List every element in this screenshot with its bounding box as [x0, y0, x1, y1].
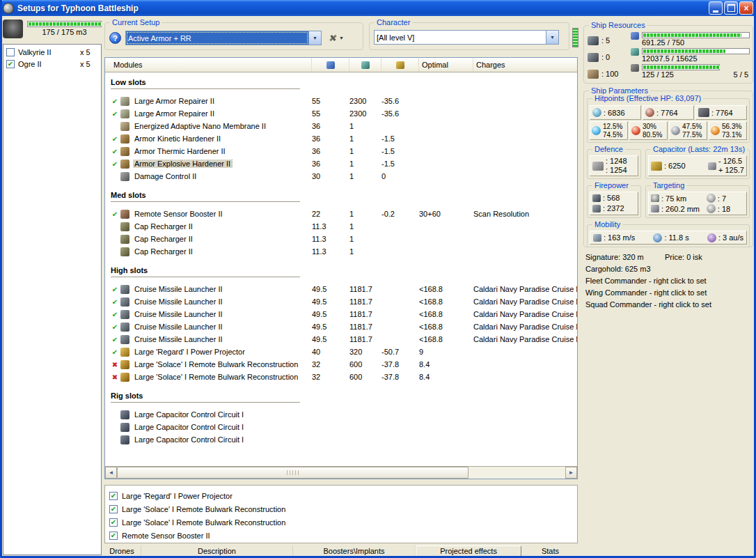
module-name[interactable]: Cap Recharger II	[133, 222, 312, 231]
tab-projected-effects[interactable]: Projected effects	[416, 545, 521, 557]
setup-dropdown-button[interactable]: ▼	[308, 31, 321, 45]
module-cap-use: -0.2	[381, 210, 419, 218]
modules-column-header[interactable]: Modules	[105, 58, 312, 72]
module-name[interactable]: Energized Adaptive Nano Membrane II	[133, 122, 312, 130]
tab-description[interactable]: Description	[141, 545, 293, 557]
module-name[interactable]: Cruise Missile Launcher II	[133, 285, 312, 293]
module-row[interactable]: ✔Cruise Missile Launcher II49.51181.7<16…	[105, 320, 577, 333]
help-button[interactable]: ?	[109, 32, 121, 44]
module-name[interactable]: Armor Explosive Hardener II	[133, 160, 312, 168]
module-row[interactable]: ✔Cruise Missile Launcher II49.51181.7<16…	[105, 283, 577, 295]
module-name[interactable]: Armor Thermic Hardener II	[133, 147, 312, 155]
projected-checkbox[interactable]: ✔	[109, 532, 118, 540]
em-damage-icon	[592, 126, 601, 135]
price-text: Price: 0 isk	[665, 251, 702, 263]
module-row[interactable]: Cap Recharger II11.31	[105, 245, 577, 258]
module-row[interactable]: ✔Remote Sensor Booster II221-0.230+60Sca…	[105, 208, 577, 220]
module-row[interactable]: ✔Large Armor Repairer II552300-35.6	[105, 95, 577, 107]
module-row[interactable]: ✔Large 'Regard' I Power Projector40320-5…	[105, 346, 577, 358]
squad-commander-text[interactable]: Squad Commander - right click to set	[585, 299, 753, 311]
targeting-label: Targeting	[651, 181, 686, 190]
character-combobox[interactable]: [All level V] ▼	[374, 30, 559, 45]
drone-list-item[interactable]: Valkyrie IIx 5	[4, 46, 100, 58]
module-name[interactable]: Cruise Missile Launcher II	[133, 323, 312, 331]
projected-effect-row[interactable]: ✔Large 'Regard' I Power Projector	[109, 489, 573, 502]
charges-column-header[interactable]: Charges	[473, 58, 577, 72]
module-name[interactable]: Damage Control II	[133, 172, 312, 180]
horizontal-scrollbar[interactable]: ◄ ►	[105, 466, 577, 479]
powergrid-column-header[interactable]	[349, 58, 381, 72]
scrollbar-track[interactable]	[468, 467, 565, 479]
module-name[interactable]: Large Armor Repairer II	[133, 109, 312, 118]
module-name[interactable]: Remote Sensor Booster II	[133, 210, 312, 218]
module-row[interactable]: Large Capacitor Control Circuit I	[105, 433, 577, 446]
close-button[interactable]: ×	[739, 1, 753, 15]
character-dropdown-button[interactable]: ▼	[546, 31, 558, 44]
capacitor-column-header[interactable]	[381, 58, 419, 72]
module-row[interactable]: ✖Large 'Solace' I Remote Bulwark Reconst…	[105, 371, 577, 383]
module-name[interactable]: Large Capacitor Control Circuit I	[133, 410, 312, 419]
tab-boosters-implants[interactable]: Boosters\Implants	[293, 545, 416, 557]
scroll-left-button[interactable]: ◄	[105, 467, 117, 479]
powergrid-usage-text: 12037.5 / 15625	[642, 55, 698, 63]
module-row[interactable]: ✔Cruise Missile Launcher II49.51181.7<16…	[105, 333, 577, 346]
module-row[interactable]: Cap Recharger II11.31	[105, 233, 577, 245]
minimize-button[interactable]	[709, 1, 723, 15]
module-row[interactable]: Damage Control II3010	[105, 170, 577, 183]
projected-effect-row[interactable]: ✔Large 'Solace' I Remote Bulwark Reconst…	[109, 502, 573, 516]
module-name[interactable]: Cap Recharger II	[133, 235, 312, 243]
module-name[interactable]: Large 'Solace' I Remote Bulwark Reconstr…	[133, 373, 312, 381]
projected-effect-row[interactable]: ✔Remote Sensor Booster II	[109, 529, 573, 542]
drone-checkbox[interactable]: ✔	[6, 60, 15, 68]
module-name[interactable]: Large 'Regard' I Power Projector	[133, 348, 312, 356]
module-row[interactable]: ✖Large 'Solace' I Remote Bulwark Reconst…	[105, 358, 577, 371]
drone-list[interactable]: Valkyrie IIx 5✔Ogre IIx 5	[3, 44, 102, 555]
module-name[interactable]: Cap Recharger II	[133, 247, 312, 256]
scroll-right-button[interactable]: ►	[565, 467, 577, 479]
drone-checkbox[interactable]	[6, 48, 15, 56]
module-row[interactable]: ✔Armor Thermic Hardener II361-1.5	[105, 145, 577, 157]
module-row[interactable]: ✔Cruise Missile Launcher II49.51181.7<16…	[105, 308, 577, 320]
em-armor-resist: 74.5%	[603, 131, 622, 139]
tab-drones[interactable]: Drones	[103, 545, 141, 557]
module-icon	[120, 147, 129, 156]
module-name[interactable]: Large 'Solace' I Remote Bulwark Reconstr…	[133, 360, 312, 369]
drone-list-item[interactable]: ✔Ogre IIx 5	[4, 58, 100, 70]
explosive-damage-icon	[711, 126, 720, 135]
setup-tools-button[interactable]: ▼	[326, 30, 347, 46]
module-row[interactable]: Large Capacitor Control Circuit I	[105, 408, 577, 421]
module-row[interactable]: Large Capacitor Control Circuit I	[105, 421, 577, 433]
module-row[interactable]: ✔Cruise Missile Launcher II49.51181.7<16…	[105, 295, 577, 308]
tools-icon	[329, 35, 336, 41]
module-row[interactable]: Cap Recharger II11.31	[105, 220, 577, 233]
structure-hp-value: : 7764	[711, 109, 733, 117]
module-cap-use: 0	[381, 172, 419, 180]
targeting-range: : 75 km	[661, 194, 686, 203]
module-name[interactable]: Armor Kinetic Hardener II	[133, 134, 312, 143]
tab-stats[interactable]: Stats	[521, 545, 579, 557]
module-name[interactable]: Cruise Missile Launcher II	[133, 335, 312, 343]
optimal-column-header[interactable]: Optimal	[419, 58, 473, 72]
fleet-commander-text[interactable]: Fleet Commander - right click to set	[585, 275, 753, 287]
module-row[interactable]: ✔Large Armor Repairer II552300-35.6	[105, 107, 577, 120]
module-name[interactable]: Cruise Missile Launcher II	[133, 310, 312, 318]
maximize-button[interactable]	[724, 1, 738, 15]
module-name[interactable]: Large Armor Repairer II	[133, 97, 312, 105]
projected-checkbox[interactable]: ✔	[109, 518, 118, 527]
module-name[interactable]: Large Capacitor Control Circuit I	[133, 423, 312, 431]
module-name[interactable]: Cruise Missile Launcher II	[133, 297, 312, 306]
projected-checkbox[interactable]: ✔	[109, 492, 118, 500]
module-row[interactable]: ✔Armor Explosive Hardener II361-1.5	[105, 157, 577, 170]
module-icon	[120, 423, 129, 432]
projected-checkbox[interactable]: ✔	[109, 505, 118, 513]
title-bar[interactable]: Setups for Typhoon Battleship ×	[0, 0, 756, 16]
projected-effect-row[interactable]: ✔Large 'Solace' I Remote Bulwark Reconst…	[109, 516, 573, 529]
max-velocity: : 163 m/s	[604, 233, 635, 242]
module-row[interactable]: ✔Armor Kinetic Hardener II361-1.5	[105, 132, 577, 145]
module-name[interactable]: Large Capacitor Control Circuit I	[133, 435, 312, 444]
wing-commander-text[interactable]: Wing Commander - right click to set	[585, 287, 753, 299]
setup-combobox[interactable]: Active Armor + RR ▼	[125, 31, 322, 45]
scrollbar-thumb[interactable]	[117, 467, 468, 479]
cpu-column-header[interactable]	[312, 58, 349, 72]
module-row[interactable]: Energized Adaptive Nano Membrane II361	[105, 120, 577, 132]
